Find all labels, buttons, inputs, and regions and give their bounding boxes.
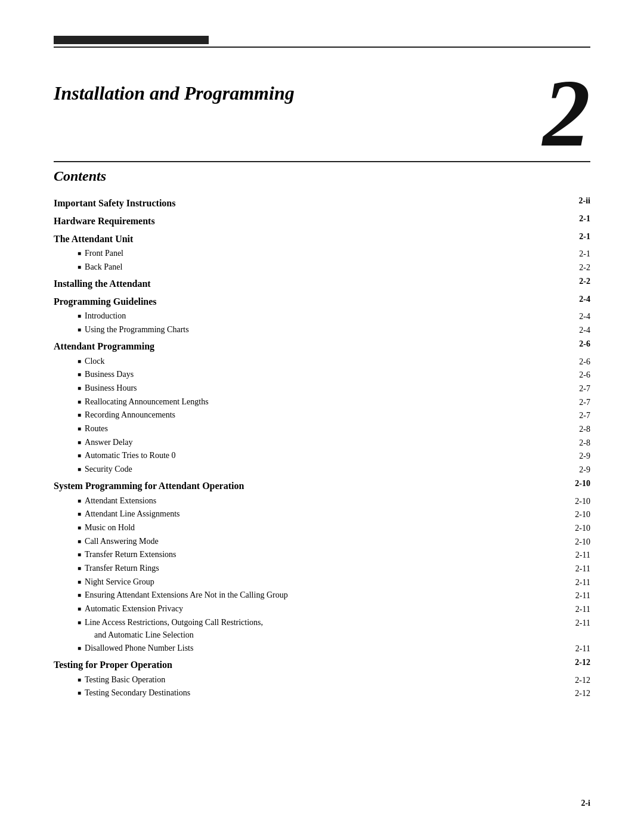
- toc-item-attendant-programming: Attendant Programming2-6: [54, 337, 590, 355]
- toc-item-back-panel: ■Back Panel2-2: [54, 261, 590, 274]
- toc-page-call-answering-mode: 2-10: [546, 535, 590, 549]
- toc-page-transfer-return-rings: 2-11: [546, 562, 590, 576]
- toc-label-disallowed-phone: ■Disallowed Phone Number Lists: [54, 642, 546, 655]
- toc-item-recording-announcements: ■Recording Announcements2-7: [54, 409, 590, 422]
- toc-label-introduction: ■Introduction: [54, 310, 546, 323]
- toc-item-hardware-req: Hardware Requirements2-1: [54, 212, 590, 230]
- toc-page-attendant-programming: 2-6: [546, 337, 590, 355]
- toc-page-testing-basic: 2-12: [546, 673, 590, 687]
- toc-label-programming-guidelines: Programming Guidelines: [54, 292, 546, 310]
- toc-item-testing-proper: Testing for Proper Operation2-12: [54, 655, 590, 673]
- toc-item-clock: ■Clock2-6: [54, 355, 590, 369]
- toc-label-attendant-extensions: ■Attendant Extensions: [54, 494, 546, 508]
- toc-page-using-programming-charts: 2-4: [546, 323, 590, 337]
- toc-label-reallocating: ■Reallocating Announcement Lengths: [54, 395, 546, 409]
- toc-page-auto-tries: 2-9: [546, 449, 590, 463]
- toc-item-ensuring-attendant: ■Ensuring Attendant Extensions Are Not i…: [54, 589, 590, 602]
- toc-label-system-programming: System Programming for Attendant Operati…: [54, 477, 546, 494]
- toc-item-line-access: ■Line Access Restrictions, Outgoing Call…: [54, 616, 590, 642]
- toc-page-auto-ext-privacy: 2-11: [546, 602, 590, 616]
- toc-page-transfer-return-ext: 2-11: [546, 548, 590, 562]
- toc-page-installing-attendant: 2-2: [546, 274, 590, 292]
- chapter-header: Installation and Programming 2: [54, 72, 590, 161]
- chapter-title: Installation and Programming: [54, 82, 543, 104]
- contents-heading: Contents: [54, 168, 590, 184]
- toc-item-installing-attendant: Installing the Attendant2-2: [54, 274, 590, 292]
- toc-label-routes: ■Routes: [54, 422, 546, 436]
- toc-page-night-service-group: 2-11: [546, 576, 590, 589]
- toc-item-auto-ext-privacy: ■Automatic Extension Privacy2-11: [54, 602, 590, 616]
- toc-item-programming-guidelines: Programming Guidelines2-4: [54, 292, 590, 310]
- toc-page-clock: 2-6: [546, 355, 590, 369]
- toc-label-testing-basic: ■Testing Basic Operation: [54, 673, 546, 687]
- toc-label-attendant-programming: Attendant Programming: [54, 337, 546, 355]
- toc-page-music-on-hold: 2-10: [546, 521, 590, 535]
- toc-item-testing-secondary: ■Testing Secondary Destinations2-12: [54, 686, 590, 700]
- toc-item-attendant-unit: The Attendant Unit2-1: [54, 230, 590, 248]
- toc-item-using-programming-charts: ■Using the Programming Charts2-4: [54, 323, 590, 337]
- chapter-number: 2: [543, 66, 590, 161]
- toc-page-business-days: 2-6: [546, 368, 590, 382]
- toc-item-system-programming: System Programming for Attendant Operati…: [54, 477, 590, 494]
- toc-page-front-panel: 2-1: [546, 247, 590, 261]
- toc-label-transfer-return-ext: ■Transfer Return Extensions: [54, 548, 546, 562]
- toc-page-system-programming: 2-10: [546, 477, 590, 494]
- toc-page-line-access: 2-11: [546, 616, 590, 642]
- toc-page-ensuring-attendant: 2-11: [546, 589, 590, 602]
- toc-item-transfer-return-ext: ■Transfer Return Extensions2-11: [54, 548, 590, 562]
- top-rule-area: [54, 36, 590, 48]
- toc-item-routes: ■Routes2-8: [54, 422, 590, 436]
- toc-label-auto-tries: ■Automatic Tries to Route 0: [54, 449, 546, 463]
- toc-label-attendant-unit: The Attendant Unit: [54, 230, 546, 248]
- toc-label-important-safety: Important Safety Instructions: [54, 194, 546, 212]
- toc-item-call-answering-mode: ■Call Answering Mode2-10: [54, 535, 590, 549]
- toc-label-night-service-group: ■Night Service Group: [54, 576, 546, 589]
- toc-item-disallowed-phone: ■Disallowed Phone Number Lists2-11: [54, 642, 590, 655]
- toc-item-business-days: ■Business Days2-6: [54, 368, 590, 382]
- toc-label-line-access: ■Line Access Restrictions, Outgoing Call…: [54, 616, 546, 642]
- toc-item-attendant-line-assign: ■Attendant Line Assignments2-10: [54, 508, 590, 521]
- toc-item-security-code: ■Security Code2-9: [54, 463, 590, 477]
- contents-divider: [54, 161, 590, 162]
- toc-item-introduction: ■Introduction2-4: [54, 310, 590, 323]
- toc-page-testing-secondary: 2-12: [546, 686, 590, 700]
- toc-page-back-panel: 2-2: [546, 261, 590, 274]
- toc-item-front-panel: ■Front Panel2-1: [54, 247, 590, 261]
- toc-label-recording-announcements: ■Recording Announcements: [54, 409, 546, 422]
- toc-label-hardware-req: Hardware Requirements: [54, 212, 546, 230]
- toc-label-using-programming-charts: ■Using the Programming Charts: [54, 323, 546, 337]
- toc-page-security-code: 2-9: [546, 463, 590, 477]
- toc-label-back-panel: ■Back Panel: [54, 261, 546, 274]
- page-footer-label: 2-i: [581, 799, 590, 808]
- toc-page-business-hours: 2-7: [546, 382, 590, 395]
- toc-page-answer-delay: 2-8: [546, 436, 590, 450]
- toc-item-important-safety: Important Safety Instructions2-ii: [54, 194, 590, 212]
- toc-item-transfer-return-rings: ■Transfer Return Rings2-11: [54, 562, 590, 576]
- toc-table: Important Safety Instructions2-iiHardwar…: [54, 194, 590, 700]
- toc-label-security-code: ■Security Code: [54, 463, 546, 477]
- toc-page-reallocating: 2-7: [546, 395, 590, 409]
- toc-label-answer-delay: ■Answer Delay: [54, 436, 546, 450]
- toc-label-front-panel: ■Front Panel: [54, 247, 546, 261]
- toc-label-testing-proper: Testing for Proper Operation: [54, 655, 546, 673]
- toc-page-testing-proper: 2-12: [546, 655, 590, 673]
- toc-item-business-hours: ■Business Hours2-7: [54, 382, 590, 395]
- toc-label-business-days: ■Business Days: [54, 368, 546, 382]
- toc-page-programming-guidelines: 2-4: [546, 292, 590, 310]
- toc-label-music-on-hold: ■Music on Hold: [54, 521, 546, 535]
- toc-label-ensuring-attendant: ■Ensuring Attendant Extensions Are Not i…: [54, 589, 546, 602]
- top-thick-bar: [54, 36, 209, 44]
- toc-item-music-on-hold: ■Music on Hold2-10: [54, 521, 590, 535]
- toc-page-introduction: 2-4: [546, 310, 590, 323]
- toc-page-hardware-req: 2-1: [546, 212, 590, 230]
- toc-item-reallocating: ■Reallocating Announcement Lengths2-7: [54, 395, 590, 409]
- toc-label-testing-secondary: ■Testing Secondary Destinations: [54, 686, 546, 700]
- toc-item-answer-delay: ■Answer Delay2-8: [54, 436, 590, 450]
- toc-label-auto-ext-privacy: ■Automatic Extension Privacy: [54, 602, 546, 616]
- toc-label-installing-attendant: Installing the Attendant: [54, 274, 546, 292]
- toc-page-disallowed-phone: 2-11: [546, 642, 590, 655]
- toc-label-attendant-line-assign: ■Attendant Line Assignments: [54, 508, 546, 521]
- toc-page-recording-announcements: 2-7: [546, 409, 590, 422]
- toc-label-call-answering-mode: ■Call Answering Mode: [54, 535, 546, 549]
- toc-page-attendant-extensions: 2-10: [546, 494, 590, 508]
